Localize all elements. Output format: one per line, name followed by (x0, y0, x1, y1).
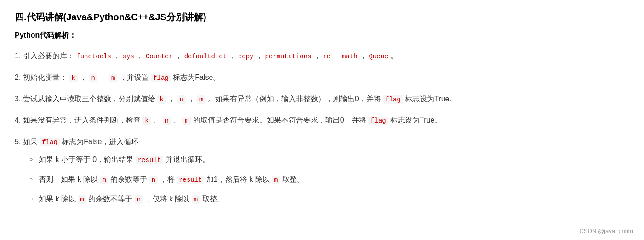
item4-text-mid: 的取值是否符合要求。如果不符合要求，输出0，并将 (193, 116, 368, 124)
sep2: ， (136, 52, 143, 60)
code-k1: k (69, 74, 77, 82)
code-math: math (342, 53, 358, 60)
code-sys: sys (123, 53, 134, 60)
code-k3: k (142, 117, 151, 125)
code-counter: Counter (146, 53, 173, 60)
code-result2: result (177, 176, 204, 184)
sep12: ， (188, 95, 195, 103)
code-m4: m (100, 176, 108, 184)
sep13: 、 (153, 116, 160, 124)
code-re: re (323, 53, 331, 60)
list-item-4: 4. 如果没有异常，进入条件判断，检查 k 、 n 、 m 的取值是否符合要求。… (15, 114, 629, 127)
sub2-text1: 否则，如果 k 除以 (39, 175, 100, 183)
sub-item-1: 如果 k 小于等于 0，输出结果 result 并退出循环。 (29, 153, 629, 167)
sep11: ， (168, 95, 175, 103)
sub1-text-before: 如果 k 小于等于 0，输出结果 (39, 156, 136, 163)
code-n1: n (89, 74, 97, 82)
code-copy: copy (238, 53, 254, 60)
sub2-text2: 的余数等于 (110, 175, 149, 183)
list-number-4: 4. (15, 116, 23, 124)
list-item-1: 1. 引入必要的库： functools ， sys ， Counter ， d… (15, 50, 629, 63)
sep1: ， (113, 52, 120, 60)
item4-text-before: 如果没有异常，进入条件判断，检查 (23, 116, 142, 124)
item5-text-end: 标志为False，进入循环： (62, 138, 146, 145)
code-flag3: flag (368, 117, 388, 125)
sep8: ， (359, 52, 367, 60)
sep14: 、 (173, 116, 180, 124)
sub1-text-end: 并退出循环。 (165, 156, 210, 163)
page-title: 四.代码讲解(Java&Python&C++&JS分别讲解) (15, 11, 629, 23)
csdn-watermark: CSDN @java_prinln (579, 228, 633, 234)
code-k2: k (157, 95, 165, 104)
sub-item-3: 如果 k 除以 m 的余数不等于 n ，仅将 k 除以 m 取整。 (29, 193, 629, 206)
code-flag1: flag (151, 74, 171, 82)
code-n3: n (163, 117, 171, 125)
section-label: Python代码解析： (15, 31, 629, 40)
list-item-3: 3. 尝试从输入中读取三个整数，分别赋值给 k ， n ， m 。如果有异常（例… (15, 93, 629, 106)
sub2-text4: 加1，然后将 k 除以 (206, 175, 272, 183)
list-number-3: 3. (15, 95, 23, 103)
item2-text-before: 初始化变量： (23, 73, 67, 81)
code-permutations: permutations (265, 53, 311, 60)
code-m3: m (182, 117, 191, 125)
sep7: ， (332, 52, 340, 60)
list-number-1: 1. (15, 52, 23, 60)
list-item-5: 5. 如果 flag 标志为False，进入循环： 如果 k 小于等于 0，输出… (15, 135, 629, 206)
code-functools: functools (76, 53, 111, 60)
sub2-text3: ，将 (160, 175, 177, 183)
code-result1: result (136, 156, 163, 164)
sub3-text3: ，仅将 k 除以 (145, 195, 192, 203)
sub3-text2: 的余数不等于 (88, 195, 134, 203)
code-m7: m (192, 195, 200, 204)
item2-text-mid: ，并设置 (120, 73, 151, 81)
sep6: ， (313, 52, 321, 60)
item3-text-mid: 。如果有异常（例如，输入非整数），则输出0，并将 (208, 95, 383, 103)
code-m2: m (197, 95, 205, 104)
code-n4: n (149, 176, 158, 184)
content-list: 1. 引入必要的库： functools ， sys ， Counter ， d… (15, 50, 629, 206)
sub-list: 如果 k 小于等于 0，输出结果 result 并退出循环。 否则，如果 k 除… (29, 153, 629, 206)
item3-text-before: 尝试从输入中读取三个整数，分别赋值给 (23, 95, 157, 103)
list-number-5: 5. (15, 138, 23, 145)
sep5: ， (256, 52, 263, 60)
sep3: ， (175, 52, 182, 60)
item1-text-end: 。 (390, 52, 398, 60)
code-n2: n (177, 95, 186, 104)
sep9: ， (80, 73, 87, 81)
item2-text-end: 标志为False。 (173, 73, 220, 81)
sub2-text5: 取整。 (282, 175, 304, 183)
list-number-2: 2. (15, 73, 23, 81)
item4-text-end: 标志设为True。 (390, 116, 442, 124)
item3-text-end: 标志设为True。 (405, 95, 456, 103)
item1-text-before: 引入必要的库： (23, 52, 74, 60)
item5-text-before: 如果 (23, 138, 40, 145)
sep4: ， (229, 52, 236, 60)
code-m5: m (272, 176, 280, 184)
sub3-text4: 取整。 (202, 195, 224, 203)
code-queue: Queue (369, 53, 388, 60)
sep10: ， (99, 73, 107, 81)
sub-item-2: 否则，如果 k 除以 m 的余数等于 n ，将 result 加1，然后将 k … (29, 173, 629, 186)
code-m6: m (78, 195, 86, 204)
sub3-text1: 如果 k 除以 (39, 195, 78, 203)
code-m1: m (109, 74, 117, 82)
code-defaultdict: defaultdict (184, 53, 227, 60)
code-n5: n (135, 195, 143, 204)
code-flag2: flag (383, 95, 403, 104)
code-flag4: flag (40, 138, 60, 146)
list-item-2: 2. 初始化变量： k ， n ， m ，并设置 flag 标志为False。 (15, 71, 629, 84)
